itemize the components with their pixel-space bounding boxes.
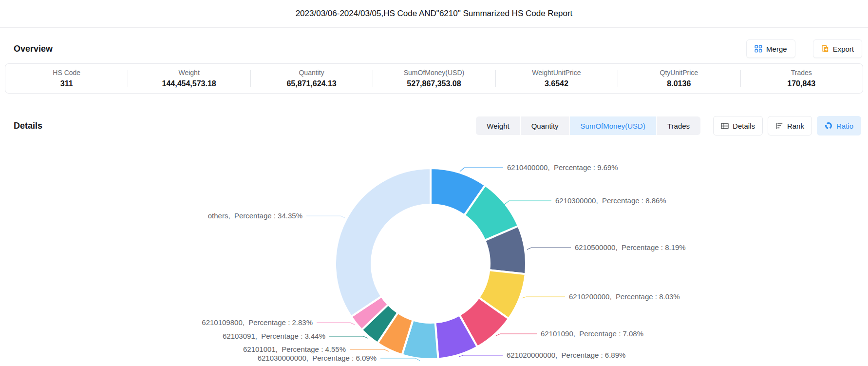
slice-leader-line [496,334,537,336]
tab-quantity[interactable]: Quantity [521,116,569,135]
stat-label: Weight [128,69,250,77]
slice-leader-line [527,248,571,250]
slice-leader-line [522,297,565,298]
donut-slice-6210109800[interactable] [351,296,388,330]
donut-slice-62101090[interactable] [459,298,509,347]
stat-value: 170,843 [740,79,863,88]
donut-slice-62103091[interactable] [362,305,398,343]
stat-label: QtyUnitPrice [618,69,740,77]
stat-label: Trades [740,69,863,77]
slice-label-621020000000: 621020000000, Percentage : 6.89% [507,351,625,359]
donut-slice-621020000000[interactable] [435,315,477,359]
donut-slice-6210500000[interactable] [485,226,526,274]
report-title: 2023/03/06-2024/03/05,HS Code AND"6210" … [0,0,868,28]
rank-icon [775,122,783,130]
stat-label: SumOfMoney(USD) [373,69,495,77]
tab-weight[interactable]: Weight [476,116,520,135]
stat-weight-unit-price: WeightUnitPrice 3.6542 [495,69,618,88]
stat-label: HS Code [5,69,128,77]
slice-label-6210200000: 6210200000, Percentage : 8.03% [569,292,680,301]
donut-slice-others[interactable] [335,168,431,317]
ratio-view-button[interactable]: Ratio [817,116,861,135]
slice-label-6210500000: 6210500000, Percentage : 8.19% [575,243,686,251]
details-view-button[interactable]: Details [713,116,763,135]
slice-leader-line [460,168,503,172]
slice-label-others: others, Percentage : 34.35% [208,212,302,220]
metric-tabs: Weight Quantity SumOfMoney(USD) Trades [476,116,700,135]
stat-value: 527,867,353.08 [373,79,495,88]
details-heading: Details [14,121,42,131]
merge-button-label: Merge [766,45,787,53]
stat-label: WeightUnitPrice [495,69,618,77]
overview-actions: Merge Export [746,39,862,58]
slice-leader-line [317,323,355,325]
slice-label-6210400000: 6210400000, Percentage : 9.69% [507,163,618,172]
stat-value: 8.0136 [618,79,740,88]
rank-view-label: Rank [787,122,804,130]
details-view-label: Details [733,122,755,130]
slice-leader-line [329,336,368,338]
export-button[interactable]: Export [813,39,862,58]
slice-label-621030000000: 621030000000, Percentage : 6.09% [258,354,377,362]
stat-value: 3.6542 [495,79,618,88]
ratio-view-label: Ratio [836,122,853,130]
donut-slice-6210300000[interactable] [464,185,518,240]
view-mode-buttons: Details Rank Ratio [713,116,861,135]
stat-label: Quantity [250,69,373,77]
slice-leader-line [504,201,551,205]
rank-view-button[interactable]: Rank [768,116,812,135]
stat-value: 65,871,624.13 [250,79,373,88]
overview-stats-card: HS Code 311 Weight 144,454,573.18 Quanti… [5,63,863,94]
table-icon [721,122,729,130]
stat-quantity: Quantity 65,871,624.13 [250,69,373,88]
donut-icon [825,122,832,130]
donut-slice-6210200000[interactable] [479,270,526,319]
overview-heading: Overview [14,44,53,54]
stat-qty-unit-price: QtyUnitPrice 8.0136 [618,69,740,88]
donut-slice-621030000000[interactable] [402,320,438,359]
slice-label-62101090: 62101090, Percentage : 7.08% [541,329,643,338]
tab-trades[interactable]: Trades [657,116,700,135]
slice-label-62103091: 62103091, Percentage : 3.44% [223,332,325,340]
export-icon [821,45,829,53]
slice-leader-line [380,358,420,361]
slice-leader-line [306,216,345,218]
slice-leader-line [459,355,503,357]
merge-button[interactable]: Merge [746,39,795,58]
merge-icon [755,45,762,53]
stat-sum-of-money: SumOfMoney(USD) 527,867,353.08 [373,69,495,88]
tab-sum-of-money[interactable]: SumOfMoney(USD) [570,116,656,135]
stat-trades: Trades 170,843 [740,69,863,88]
slice-label-6210109800: 6210109800, Percentage : 2.83% [202,318,313,327]
stat-weight: Weight 144,454,573.18 [128,69,250,88]
donut-slice-6210400000[interactable] [431,168,485,215]
stat-hs-code: HS Code 311 [5,69,128,88]
slice-label-62101001: 62101001, Percentage : 4.55% [243,345,346,353]
section-divider [0,105,868,105]
slice-leader-line [350,349,389,351]
slice-label-6210300000: 6210300000, Percentage : 8.86% [555,196,666,205]
stat-value: 311 [5,79,128,88]
export-button-label: Export [833,45,854,53]
donut-slice-62101001[interactable] [377,313,413,355]
stat-value: 144,454,573.18 [128,79,250,88]
